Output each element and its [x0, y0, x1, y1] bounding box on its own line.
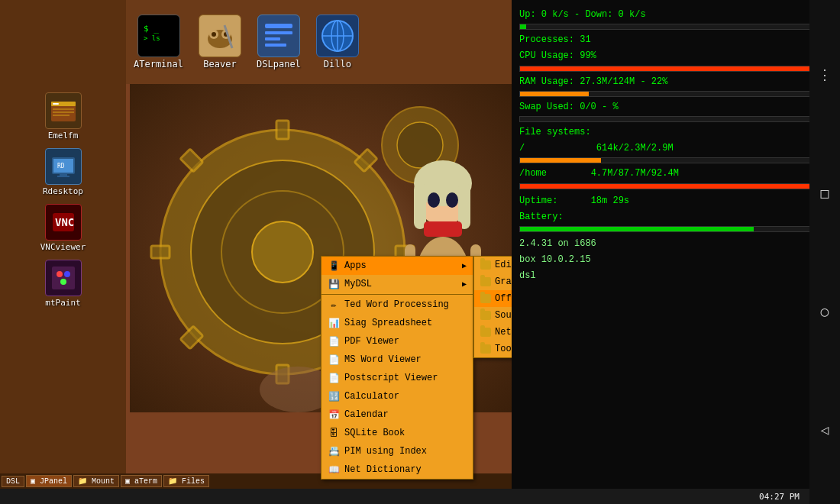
cpu-line: CPU Usage: 99%: [519, 49, 832, 63]
fs-home-bar: [519, 183, 832, 189]
svg-rect-98: [424, 221, 462, 237]
sidebar-icon-vncviewer[interactable]: VNC VNCviewer: [33, 201, 94, 255]
context-menu: 📱 Apps ▶ 💾 MyDSL ▶ ✏ Ted Word Processing…: [321, 256, 473, 480]
postscript-menu-icon: 📄: [328, 372, 340, 384]
sidebar-icon-mtpaint-label: mtPaint: [45, 298, 80, 308]
fs-label-line: File systems:: [519, 125, 832, 140]
msword-menu-icon: 📄: [328, 354, 340, 366]
menu-separator: [321, 294, 473, 295]
battery-bar: [519, 226, 832, 232]
taskbar-mount[interactable]: 📁 Mount: [73, 475, 119, 487]
taskbar-jpanel[interactable]: ▣ JPanel: [26, 475, 72, 487]
menu-item-tools[interactable]: Tools ▶: [474, 341, 512, 357]
svg-text:RD: RD: [57, 163, 65, 170]
sidebar-icon-vncviewer-label: VNCviewer: [40, 242, 86, 252]
uptime-line: Uptime: 18m 29s: [519, 194, 832, 208]
extra1-line: 2.4.31 on i686: [519, 237, 832, 251]
sidebar-icon-rdesktop-label: Rdesktop: [43, 186, 83, 196]
top-icon-aterminal[interactable]: $ _ > ls ATerminal: [134, 15, 183, 69]
menu-item-net[interactable]: Net ▶: [474, 324, 512, 341]
svg-point-96: [428, 192, 440, 208]
svg-point-23: [212, 32, 216, 37]
graphics-folder-icon: [480, 277, 491, 286]
svg-rect-78: [276, 121, 289, 139]
taskbar-dsl[interactable]: DSL: [2, 476, 24, 487]
svg-rect-80: [151, 246, 170, 258]
android-square-btn[interactable]: □: [813, 182, 836, 205]
ram-bar: [519, 91, 832, 97]
svg-rect-94: [414, 183, 426, 229]
sound-folder-icon: [480, 311, 491, 320]
fs-home-line: /home 4.7M/87.7M/92.4M: [519, 166, 832, 181]
apps-icon: 📱: [328, 260, 340, 272]
svg-rect-27: [265, 24, 292, 28]
sidebar-icon-emelfm[interactable]: Emelfm: [33, 89, 94, 144]
menu-item-postscript[interactable]: 📄 Postscript Viewer: [321, 369, 473, 387]
android-menu-btn[interactable]: ⋮: [813, 63, 836, 86]
cpu-bar-fill: [520, 66, 829, 71]
fs-home-bar-fill: [520, 184, 816, 189]
svg-rect-29: [265, 37, 280, 40]
cpu-bar: [519, 66, 832, 72]
svg-rect-28: [265, 31, 292, 34]
android-back-btn[interactable]: ◁: [813, 418, 836, 441]
fs-root-bar-fill: [520, 158, 601, 163]
menu-item-pim[interactable]: 📇 PIM using Index: [321, 442, 473, 460]
siag-menu-icon: 📊: [328, 317, 340, 329]
ted-menu-icon: ✏: [328, 299, 340, 311]
editors-folder-icon: [480, 260, 491, 270]
battery-line: Battery:: [519, 210, 832, 225]
menu-level2: Editors ▶ Graphics ▶ Office ▶ Office Sou…: [473, 256, 512, 358]
svg-rect-2: [53, 103, 59, 105]
svg-text:VNC: VNC: [55, 216, 74, 228]
top-icon-beaver[interactable]: Beaver: [199, 15, 241, 69]
net-folder-icon: [480, 328, 491, 337]
swap-line: Swap Used: 0/0 - %: [519, 100, 832, 115]
sidebar-icon-rdesktop[interactable]: RD Rdesktop: [33, 145, 94, 199]
taskbar-aterm[interactable]: ▣ aTerm: [121, 475, 162, 487]
svg-text:> ls: > ls: [144, 34, 160, 42]
svg-point-16: [60, 279, 66, 285]
menu-item-apps[interactable]: 📱 Apps ▶: [321, 257, 473, 275]
android-circle-btn[interactable]: ○: [813, 300, 836, 323]
svg-point-15: [64, 271, 70, 277]
menu-item-sound[interactable]: Sound ▶: [474, 307, 512, 324]
menu-item-calculator[interactable]: 🔢 Calculator: [321, 387, 473, 405]
svg-rect-13: [52, 267, 75, 289]
top-icon-dslpanel[interactable]: DSLpanel: [257, 15, 301, 69]
svg-rect-30: [265, 44, 286, 47]
menu-item-siag[interactable]: 📊 Siag Spreadsheet: [321, 314, 473, 332]
svg-rect-9: [57, 176, 69, 177]
top-icon-dillo[interactable]: Dillo: [316, 15, 359, 69]
taskbar-files[interactable]: 📁 Files: [163, 475, 209, 487]
tools-folder-icon: [480, 344, 491, 354]
svg-point-77: [252, 221, 313, 283]
menu-item-graphics[interactable]: Graphics ▶: [474, 273, 512, 290]
desktop: Emelfm RD Rdesktop VNC VNCv: [0, 0, 512, 489]
battery-bar-fill: [520, 227, 754, 231]
office-folder-icon: [480, 294, 491, 303]
android-buttons: ⋮ □ ○ ◁: [809, 0, 840, 504]
calculator-menu-icon: 🔢: [328, 390, 340, 402]
network-bar-fill: [520, 24, 526, 29]
svg-rect-26: [260, 18, 297, 54]
fs-root-bar: [519, 157, 832, 163]
network-bar: [519, 24, 832, 30]
top-icons: $ _ > ls ATerminal Beaver: [126, 0, 512, 84]
top-icon-beaver-label: Beaver: [203, 59, 236, 69]
extra2-line: box 10.0.2.15: [519, 253, 832, 267]
menu-item-mydsl[interactable]: 💾 MyDSL ▶: [321, 275, 473, 293]
right-panel: Up: 0 k/s - Down: 0 k/s Processes: 31 CP…: [512, 0, 840, 489]
sidebar-icon-mtpaint[interactable]: mtPaint: [33, 257, 94, 311]
menu-item-editors[interactable]: Editors ▶: [474, 257, 512, 273]
menu-item-calendar[interactable]: 📅 Calendar: [321, 405, 473, 424]
menu-item-msword[interactable]: 📄 MS Word Viewer: [321, 351, 473, 369]
pdf-menu-icon: 📄: [328, 335, 340, 347]
menu-item-netdict[interactable]: 📖 Net Dictionary: [321, 460, 473, 479]
sidebar-icon-emelfm-label: Emelfm: [48, 131, 79, 141]
menu-item-office[interactable]: Office ▶ Office Sound: [474, 290, 512, 307]
menu-item-sqlite[interactable]: 🗄 SQLite Book: [321, 424, 473, 442]
menu-item-ted[interactable]: ✏ Ted Word Processing: [321, 296, 473, 314]
top-icon-aterminal-label: ATerminal: [134, 59, 183, 69]
menu-item-pdf[interactable]: 📄 PDF Viewer: [321, 332, 473, 351]
